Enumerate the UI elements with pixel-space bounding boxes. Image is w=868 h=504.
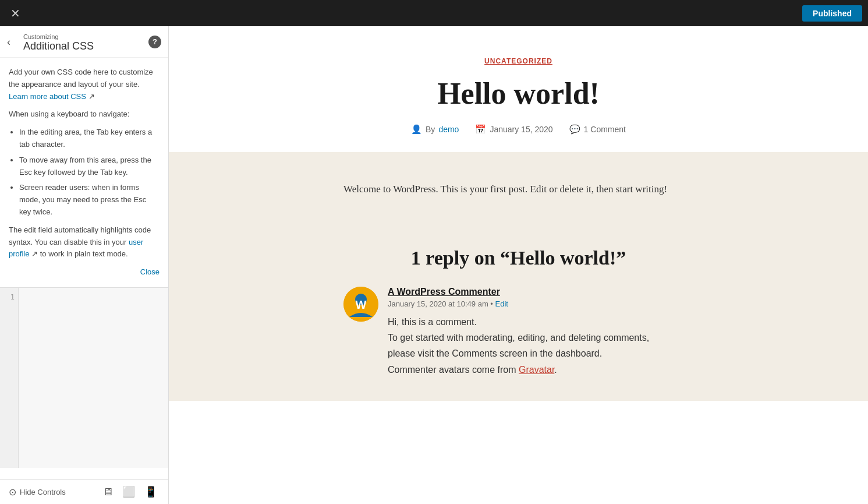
svg-text:W: W (356, 298, 367, 311)
comment-date: January 15, 2020 at 10:49 am • Edit (388, 299, 693, 308)
author-link[interactable]: demo (438, 125, 459, 134)
hide-controls-icon: ⊙ (9, 487, 16, 498)
comment-item: W A WordPress Commenter January 15, 2020… (343, 287, 693, 378)
keyboard-tip-2: To move away from this area, press the E… (19, 154, 160, 179)
css-editor: 1 (0, 287, 168, 468)
resize-handle[interactable] (165, 26, 168, 504)
meta-date: 📅 January 15, 2020 (475, 124, 552, 135)
learn-more-link[interactable]: Learn more about CSS (9, 92, 86, 101)
auto-highlight-text: The edit field automatically highlights … (9, 224, 160, 260)
external-link-icon2: ↗ (31, 249, 38, 258)
hide-controls-label: Hide Controls (20, 488, 66, 496)
main-layout: ‹ Customizing Additional CSS ? Add your … (0, 26, 868, 504)
comments-count: 1 Comment (584, 125, 626, 134)
gravatar-link[interactable]: Gravatar (519, 365, 554, 375)
commenter-avatar: W (343, 287, 378, 322)
keyboard-tips-list: In the editing area, the Tab key enters … (19, 126, 160, 218)
keyboard-tip-3: Screen reader users: when in forms mode,… (19, 182, 160, 218)
panel-title: Additional CSS (23, 40, 94, 52)
post-title: Hello world! (180, 77, 856, 110)
commenter-name[interactable]: A WordPress Commenter (388, 287, 693, 297)
published-button[interactable]: Published (802, 5, 862, 22)
line-number-1: 1 (10, 293, 15, 301)
customizing-label: Customizing (23, 33, 160, 40)
comment-line-4: Commenter avatars come from Gravatar. (388, 362, 693, 378)
calendar-icon: 📅 (475, 124, 486, 135)
keyboard-tip-1: In the editing area, the Tab key enters … (19, 126, 160, 151)
left-panel: ‹ Customizing Additional CSS ? Add your … (0, 26, 169, 504)
post-body: Welcome to WordPress. This is your first… (169, 152, 868, 235)
line-numbers: 1 (0, 288, 19, 468)
css-textarea[interactable] (19, 288, 168, 468)
comment-icon: 💬 (569, 124, 580, 135)
panel-content: Add your own CSS code here to customize … (0, 58, 168, 287)
meta-author: 👤 By demo (411, 124, 459, 135)
panel-header: ‹ Customizing Additional CSS ? (0, 26, 168, 58)
hide-controls-button[interactable]: ⊙ Hide Controls (9, 487, 66, 498)
post-header: UNCATEGORIZED Hello world! 👤 By demo 📅 J… (169, 26, 868, 152)
avatar-image: W (343, 287, 378, 322)
comment-line-2: To get started with moderating, editing,… (388, 330, 693, 346)
comments-title: 1 reply on “Hello world!” (343, 247, 693, 269)
comments-section: 1 reply on “Hello world!” W A WordPress … (169, 235, 868, 401)
close-link[interactable]: Close (140, 267, 160, 276)
close-button[interactable]: ✕ (6, 5, 25, 22)
post-meta: 👤 By demo 📅 January 15, 2020 💬 1 Comment (180, 124, 856, 135)
tablet-view-button[interactable]: ⬜ (120, 484, 137, 499)
close-link-container: Close (9, 266, 160, 279)
comment-body: A WordPress Commenter January 15, 2020 a… (388, 287, 693, 378)
preview-area[interactable]: UNCATEGORIZED Hello world! 👤 By demo 📅 J… (169, 26, 868, 504)
keyboard-heading: When using a keyboard to navigate: (9, 108, 160, 121)
help-icon[interactable]: ? (148, 36, 161, 48)
description-text: Add your own CSS code here to customize … (9, 66, 160, 103)
back-button[interactable]: ‹ (7, 36, 10, 48)
post-category[interactable]: UNCATEGORIZED (484, 57, 552, 65)
comment-edit-link[interactable]: Edit (495, 299, 508, 308)
mobile-view-button[interactable]: 📱 (142, 484, 160, 499)
desktop-view-button[interactable]: 🖥 (100, 484, 115, 499)
bottom-bar: ⊙ Hide Controls 🖥 ⬜ 📱 (0, 479, 168, 504)
top-bar: ✕ Published (0, 0, 868, 26)
external-link-icon: ↗ (88, 92, 95, 101)
panel-scroll[interactable]: ‹ Customizing Additional CSS ? Add your … (0, 26, 168, 479)
comment-text: Hi, this is a comment. To get started wi… (388, 314, 693, 378)
by-label: By (426, 125, 435, 134)
comment-line-3: please visit the Comments screen in the … (388, 346, 693, 361)
meta-comments: 💬 1 Comment (569, 124, 626, 135)
post-date: January 15, 2020 (490, 125, 552, 134)
comment-line-1: Hi, this is a comment. (388, 314, 693, 330)
view-controls: 🖥 ⬜ 📱 (100, 484, 160, 499)
author-icon: 👤 (411, 124, 422, 135)
post-body-text: Welcome to WordPress. This is your first… (343, 181, 693, 198)
